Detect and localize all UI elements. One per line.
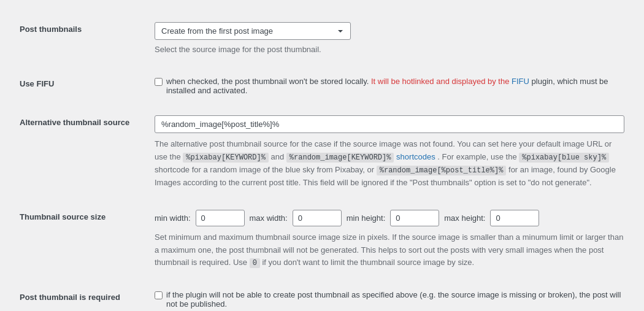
post-thumbnails-label: Post thumbnails <box>20 22 155 34</box>
alt-thumbnail-source-content: The alternative post thumbnail source fo… <box>155 115 624 190</box>
alt-code4: %random_image[%post_title%]% <box>377 166 507 175</box>
size-desc-post: if you don't want to limit the thumbnail… <box>262 258 474 267</box>
use-fifu-desc-pre: when checked, the post thumbnail won't b… <box>166 77 369 86</box>
size-code-zero: 0 <box>250 258 260 268</box>
min-height-label: min height: <box>347 213 386 223</box>
settings-panel: Post thumbnails Create from the first po… <box>12 12 632 311</box>
alt-thumbnail-source-row: Alternative thumbnail source The alterna… <box>12 106 632 200</box>
alt-thumbnail-source-description: The alternative post thumbnail source fo… <box>155 138 624 190</box>
alt-desc-mid2: . For example, use the <box>437 152 519 161</box>
shortcodes-link[interactable]: shortcodes <box>396 152 435 161</box>
thumbnail-source-size-row: Thumbnail source size min width: max wid… <box>12 200 632 280</box>
thumbnail-source-size-label: Thumbnail source size <box>20 210 155 221</box>
min-width-input[interactable] <box>196 210 245 226</box>
post-thumbnail-required-label: Post thumbnail is required <box>20 290 155 302</box>
thumbnail-source-size-content: min width: max width: min height: max he… <box>155 210 624 270</box>
use-fifu-checkbox[interactable] <box>155 78 163 86</box>
post-thumbnails-description: Select the source image for the post thu… <box>155 44 624 56</box>
fifu-link[interactable]: FIFU <box>512 77 529 86</box>
use-fifu-content: when checked, the post thumbnail won't b… <box>155 77 624 95</box>
min-width-label: min width: <box>155 213 191 223</box>
post-thumbnail-required-description: if the plugin will not be able to create… <box>166 290 624 309</box>
thumbnail-source-size-description: Set minimum and maximum thumbnail source… <box>155 231 624 270</box>
alt-desc-mid1: and <box>271 152 286 161</box>
use-fifu-row: Use FIFU when checked, the post thumbnai… <box>12 67 632 106</box>
post-thumbnail-required-content: if the plugin will not be able to create… <box>155 290 624 309</box>
post-thumbnails-row: Post thumbnails Create from the first po… <box>12 12 632 67</box>
use-fifu-desc-orange: It will be hotlinked and displayed by th… <box>371 77 512 86</box>
use-fifu-checkbox-row: when checked, the post thumbnail won't b… <box>155 77 624 95</box>
max-height-label: max height: <box>444 213 485 223</box>
post-thumbnail-required-checkbox[interactable] <box>155 291 163 299</box>
post-thumbnails-select[interactable]: Create from the first post image <box>155 22 351 40</box>
max-width-input[interactable] <box>293 210 342 226</box>
use-fifu-description: when checked, the post thumbnail won't b… <box>166 77 624 95</box>
use-fifu-label: Use FIFU <box>20 77 155 88</box>
max-width-label: max width: <box>250 213 288 223</box>
post-thumbnail-required-row: Post thumbnail is required if the plugin… <box>12 280 632 311</box>
max-height-input[interactable] <box>490 210 539 226</box>
size-inputs-row: min width: max width: min height: max he… <box>155 210 624 226</box>
post-thumbnail-required-checkbox-row: if the plugin will not be able to create… <box>155 290 624 309</box>
alt-code1: %pixabay[KEYWORD]% <box>183 153 269 163</box>
alt-thumbnail-source-label: Alternative thumbnail source <box>20 115 155 127</box>
min-height-input[interactable] <box>390 210 439 226</box>
post-thumbnails-content: Create from the first post image Select … <box>155 22 624 56</box>
alt-code3: %pixabay[blue sky]% <box>519 153 609 163</box>
alt-code2: %random_image[KEYWORD]% <box>286 153 394 163</box>
alt-desc-mid3: shortcode for a random image of the blue… <box>155 165 377 174</box>
alt-thumbnail-source-input[interactable] <box>155 115 624 133</box>
